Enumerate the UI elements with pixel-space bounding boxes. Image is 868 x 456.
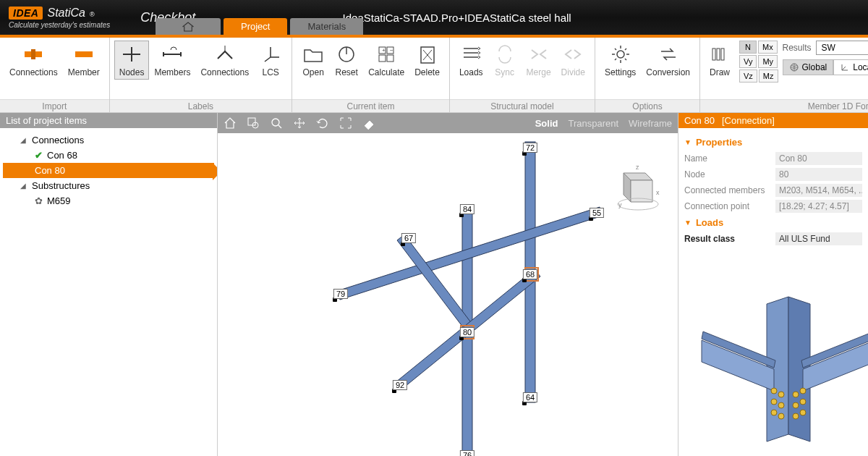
view-cube[interactable]: x y z bbox=[605, 162, 663, 213]
node-label[interactable]: 68 bbox=[523, 269, 537, 279]
tree-substructures[interactable]: ◢ Substructures bbox=[3, 178, 214, 193]
viewport-canvas[interactable]: 72845567687980926476 x y z bbox=[218, 133, 678, 456]
vp-eraser-icon[interactable] bbox=[362, 117, 375, 130]
vp-home-icon[interactable] bbox=[224, 117, 237, 130]
node-label[interactable]: 72 bbox=[523, 143, 537, 153]
viewmode-solid[interactable]: Solid bbox=[535, 118, 558, 129]
svg-text:z: z bbox=[636, 164, 639, 171]
force-n-button[interactable]: N bbox=[739, 41, 757, 54]
viewport[interactable]: Solid Transparent Wireframe bbox=[217, 113, 678, 456]
prop-members-value[interactable]: M203, M514, M654, ... bbox=[775, 184, 862, 197]
vp-zoomwin-icon[interactable] bbox=[247, 117, 260, 130]
loads-button[interactable]: Loads bbox=[454, 41, 488, 80]
force-vz-button[interactable]: Vz bbox=[739, 69, 757, 83]
group-structural: Loads Sync Merge Divide Structural model bbox=[450, 38, 595, 112]
svg-text:+: + bbox=[382, 47, 386, 54]
vp-zoom-icon[interactable] bbox=[270, 117, 283, 130]
group-import-label: Import bbox=[0, 99, 109, 112]
divide-icon bbox=[561, 43, 584, 66]
vp-pan-icon[interactable] bbox=[293, 117, 306, 130]
labels-lcs-button[interactable]: LCS bbox=[254, 41, 287, 80]
labels-members-button[interactable]: Members bbox=[149, 41, 195, 80]
loads-icon bbox=[459, 43, 482, 66]
labels-nodes-button[interactable]: Nodes bbox=[114, 41, 150, 80]
tab-materials[interactable]: Materials bbox=[290, 18, 363, 35]
group-options: Settings Conversion Options bbox=[595, 38, 700, 112]
viewmode-transparent[interactable]: Transparent bbox=[568, 118, 618, 129]
node-label[interactable]: 76 bbox=[460, 450, 475, 456]
local-icon bbox=[840, 62, 850, 72]
labels-connections-button[interactable]: Connections bbox=[195, 41, 254, 80]
prop-node-value[interactable]: 80 bbox=[775, 168, 862, 181]
delete-button[interactable]: Delete bbox=[409, 41, 445, 80]
svg-point-60 bbox=[800, 388, 806, 394]
vp-fullscreen-icon[interactable] bbox=[339, 117, 352, 130]
group-m1d-forces: Draw N Mx Vy My Vz Mz Results bbox=[700, 38, 868, 112]
tagline: Calculate yesterday's estimates bbox=[9, 21, 110, 29]
force-mz-button[interactable]: Mz bbox=[759, 69, 778, 83]
prop-point-label: Connection point bbox=[684, 201, 771, 211]
logo-registered: ® bbox=[90, 11, 95, 18]
svg-point-61 bbox=[793, 402, 799, 408]
expander-icon: ◢ bbox=[20, 182, 27, 190]
draw-button[interactable]: Draw bbox=[705, 41, 735, 80]
svg-rect-27 bbox=[721, 48, 724, 60]
svg-point-63 bbox=[793, 413, 799, 419]
viewmode-wireframe[interactable]: Wireframe bbox=[629, 118, 672, 129]
project-title: IdeaStatiCa-STAAD.Pro+IDEAStatiCa steel … bbox=[343, 12, 571, 24]
settings-button[interactable]: Settings bbox=[600, 41, 641, 80]
group-labels-label: Labels bbox=[110, 99, 292, 112]
conversion-button[interactable]: Conversion bbox=[641, 41, 695, 80]
project-tree: ◢ Connections ✔ Con 68 Con 80 ◢ Substruc… bbox=[0, 128, 217, 213]
delete-icon bbox=[416, 43, 439, 66]
member-icon bbox=[72, 43, 95, 66]
open-button[interactable]: Open bbox=[297, 41, 330, 80]
prop-point-value[interactable]: [18.29; 4.27; 4.57] bbox=[775, 200, 862, 213]
draw-icon bbox=[708, 43, 731, 66]
global-button[interactable]: Global bbox=[783, 59, 834, 75]
sidebar: List of project items ◢ Connections ✔ Co… bbox=[0, 113, 217, 456]
tab-project[interactable]: Project bbox=[224, 18, 287, 35]
section-loads[interactable]: ▼ Loads bbox=[678, 214, 868, 231]
reset-button[interactable]: Reset bbox=[330, 41, 363, 80]
group-options-label: Options bbox=[595, 99, 699, 112]
tree-con68[interactable]: ✔ Con 68 bbox=[3, 148, 214, 163]
results-select[interactable]: SW bbox=[816, 41, 868, 55]
main-tabs: Project Materials bbox=[156, 18, 363, 35]
sync-icon bbox=[493, 43, 516, 66]
result-class-value[interactable]: All ULS Fund bbox=[775, 232, 862, 245]
connection-3d-preview[interactable] bbox=[687, 275, 868, 456]
node-label[interactable]: 84 bbox=[460, 204, 475, 214]
import-member-button[interactable]: Member bbox=[63, 41, 105, 80]
prop-title-type: [Connection] bbox=[722, 115, 775, 126]
svg-line-21 bbox=[615, 48, 616, 50]
tab-home[interactable] bbox=[156, 18, 221, 35]
calculate-button[interactable]: +− Calculate bbox=[363, 41, 409, 80]
svg-text:y: y bbox=[618, 201, 622, 208]
svg-rect-1 bbox=[31, 49, 35, 59]
prop-members-label: Connected members bbox=[684, 185, 771, 195]
force-my-button[interactable]: My bbox=[758, 55, 778, 68]
local-button[interactable]: Local bbox=[833, 59, 868, 75]
node-label[interactable]: 64 bbox=[523, 392, 537, 402]
force-vy-button[interactable]: Vy bbox=[739, 55, 757, 68]
reset-icon bbox=[335, 43, 358, 66]
global-icon bbox=[789, 62, 799, 72]
section-properties[interactable]: ▼ Properties bbox=[678, 134, 868, 151]
tree-m659[interactable]: ✿ M659 bbox=[3, 193, 214, 208]
merge-button[interactable]: Merge bbox=[522, 41, 556, 80]
svg-point-54 bbox=[778, 392, 784, 397]
node-label[interactable]: 79 bbox=[333, 289, 348, 299]
node-label[interactable]: 80 bbox=[460, 327, 475, 337]
divide-button[interactable]: Divide bbox=[556, 41, 590, 80]
vp-rotate-icon[interactable] bbox=[316, 117, 329, 130]
tree-con80[interactable]: Con 80 bbox=[3, 163, 214, 178]
sync-button[interactable]: Sync bbox=[488, 41, 522, 80]
node-label[interactable]: 92 bbox=[393, 380, 407, 390]
tree-connections[interactable]: ◢ Connections bbox=[3, 132, 214, 148]
prop-name-value[interactable]: Con 80 bbox=[775, 152, 862, 165]
force-mx-button[interactable]: Mx bbox=[758, 41, 778, 54]
node-label[interactable]: 55 bbox=[590, 208, 604, 218]
node-label[interactable]: 67 bbox=[401, 233, 416, 243]
import-connections-button[interactable]: Connections bbox=[4, 41, 63, 80]
